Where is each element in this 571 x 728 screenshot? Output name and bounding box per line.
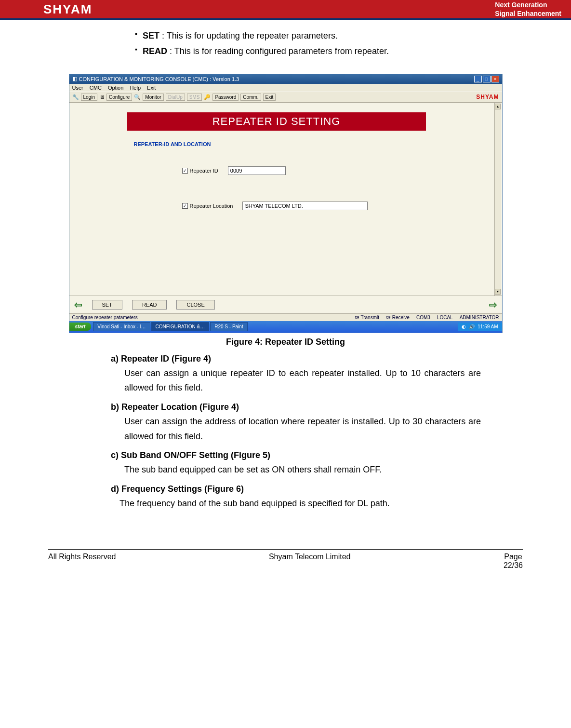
configure-icon: 🖥 xyxy=(99,94,105,100)
password-icon: 🔑 xyxy=(204,94,211,100)
tray-icon: 🔊 xyxy=(469,324,475,329)
page-footer: All Rights Reserved Shyam Telecom Limite… xyxy=(0,552,571,580)
chk-repeater-location[interactable]: ✓ Repeater Location xyxy=(182,203,233,209)
chk-repeater-id-label: Repeater ID xyxy=(190,168,218,174)
doc-header: SHYAM Next Generation Signal Enhancement xyxy=(0,0,571,20)
toolbar: 🔧 Login 🖥 Configure 🔍 Monitor DialUp SMS… xyxy=(69,92,502,103)
tool-icon: 🔧 xyxy=(72,94,79,100)
tray-icon: ◐ xyxy=(462,324,466,329)
menu-user[interactable]: User xyxy=(72,85,83,91)
bullet-set: SET : This is for updating the repeater … xyxy=(135,28,523,43)
menu-cmc[interactable]: CMC xyxy=(90,85,102,91)
taskbar: start Vinod Sati - Inbox - I… CONFIGURAT… xyxy=(69,321,502,333)
footer-page: Page 22/36 xyxy=(504,553,523,570)
window-controls: _ □ × xyxy=(474,76,499,82)
close-panel-button[interactable]: CLOSE xyxy=(176,300,214,310)
repeater-id-input[interactable] xyxy=(228,166,286,175)
app-icon: ◧ xyxy=(72,76,77,82)
status-role: ADMINISTRATOR xyxy=(460,315,499,320)
monitor-icon: 🔍 xyxy=(134,94,141,100)
button-row: ⇦ SET READ CLOSE ⇨ xyxy=(69,296,502,313)
tb-exit[interactable]: Exit xyxy=(263,94,276,101)
system-tray: ◐ 🔊 11:59 AM xyxy=(458,323,502,331)
section-a-heading: a) Repeater ID (Figure 4) xyxy=(111,354,523,364)
bullet-read-desc: : This is for reading configured paramet… xyxy=(167,46,389,56)
section-d-body: The frequency band of the sub band equip… xyxy=(120,496,476,511)
checkbox-icon: ✓ xyxy=(182,203,188,209)
fieldset: REPEATER-ID AND LOCATION ✓ Repeater ID ✓… xyxy=(127,136,426,225)
vertical-scrollbar[interactable]: ▴ ▾ xyxy=(494,103,501,296)
footer-page-label: Page xyxy=(504,553,522,561)
tb-dialup: DialUp xyxy=(166,94,185,101)
row-repeater-location: ✓ Repeater Location xyxy=(182,202,419,210)
tb-login[interactable]: Login xyxy=(81,94,97,101)
footer-center: Shyam Telecom Limited xyxy=(269,553,351,570)
maximize-button[interactable]: □ xyxy=(483,76,491,82)
section-a: a) Repeater ID (Figure 4) User can assig… xyxy=(111,354,523,395)
tray-clock: 11:59 AM xyxy=(478,324,498,329)
section-c: c) Sub Band ON/OFF Setting (Figure 5) Th… xyxy=(111,450,523,477)
start-button[interactable]: start xyxy=(69,323,92,331)
brand-logo: SHYAM xyxy=(43,2,93,17)
taskbar-task-2[interactable]: CONFIGURATION &… xyxy=(151,322,210,331)
tb-comm[interactable]: Comm. xyxy=(240,94,261,101)
status-text: Configure repeater patameters xyxy=(72,315,138,320)
minimize-button[interactable]: _ xyxy=(474,76,482,82)
close-button[interactable]: × xyxy=(491,76,499,82)
window-title: CONFIGURATION & MONITORING CONSOLE (CMC)… xyxy=(79,76,239,82)
tb-password[interactable]: Password xyxy=(212,94,239,101)
tb-sms: SMS xyxy=(187,94,202,101)
scroll-down-icon[interactable]: ▾ xyxy=(495,289,501,295)
footer-left: All Rights Reserved xyxy=(48,553,116,570)
app-client-area: REPEATER ID SETTING REPEATER-ID AND LOCA… xyxy=(69,103,502,296)
bullet-set-desc: : This is for updating the repeater para… xyxy=(159,31,338,40)
set-button[interactable]: SET xyxy=(92,300,122,310)
repeater-location-input[interactable] xyxy=(242,202,368,210)
figure-caption: Figure 4: Repeater ID Setting xyxy=(48,337,523,347)
read-button[interactable]: READ xyxy=(132,300,167,310)
checkbox-icon: ✓ xyxy=(182,168,188,174)
status-transmit: 🖳 Transmit xyxy=(355,315,379,320)
taskbar-task-3[interactable]: R20 S - Paint xyxy=(210,322,247,331)
page-body: SET : This is for updating the repeater … xyxy=(0,20,571,520)
bullet-read-label: READ xyxy=(143,46,167,56)
section-a-body: User can assign a unique repeater ID to … xyxy=(124,366,481,395)
section-b: b) Repeater Location (Figure 4) User can… xyxy=(111,402,523,444)
bullet-set-label: SET xyxy=(143,31,159,40)
status-bar: Configure repeater patameters 🖳 Transmit… xyxy=(69,313,502,321)
fieldset-legend: REPEATER-ID AND LOCATION xyxy=(134,141,419,147)
tb-monitor[interactable]: Monitor xyxy=(143,94,163,101)
tagline: Next Generation Signal Enhancement xyxy=(495,0,561,18)
footer-page-num: 22/36 xyxy=(504,561,523,569)
chk-repeater-id[interactable]: ✓ Repeater ID xyxy=(182,168,218,174)
section-d: d) Frequency Settings (Figure 6) The fre… xyxy=(111,484,523,511)
section-b-heading: b) Repeater Location (Figure 4) xyxy=(111,402,523,412)
scroll-up-icon[interactable]: ▴ xyxy=(495,104,501,109)
menubar: User CMC Option Help Exit xyxy=(69,84,502,92)
section-c-body: The sub band equipped can be set as ON o… xyxy=(124,462,481,477)
panel-title: REPEATER ID SETTING xyxy=(127,112,426,131)
repeater-id-panel: REPEATER ID SETTING REPEATER-ID AND LOCA… xyxy=(127,112,426,225)
status-local: LOCAL xyxy=(437,315,453,320)
arrow-left-icon[interactable]: ⇦ xyxy=(74,299,82,310)
bullet-read: READ : This is for reading configured pa… xyxy=(135,43,523,59)
bullet-list: SET : This is for updating the repeater … xyxy=(135,28,523,59)
app-brand: SHYAM xyxy=(476,94,499,100)
section-d-heading: d) Frequency Settings (Figure 6) xyxy=(111,484,523,494)
tagline-line2: Signal Enhancement xyxy=(495,9,561,18)
taskbar-task-1[interactable]: Vinod Sati - Inbox - I… xyxy=(93,322,150,331)
status-com: COM3 xyxy=(416,315,430,320)
row-repeater-id: ✓ Repeater ID xyxy=(182,166,419,175)
embedded-screenshot: ◧ CONFIGURATION & MONITORING CONSOLE (CM… xyxy=(69,74,503,333)
menu-help[interactable]: Help xyxy=(130,85,141,91)
tagline-line1: Next Generation xyxy=(495,0,561,9)
section-c-heading: c) Sub Band ON/OFF Setting (Figure 5) xyxy=(111,450,523,460)
footer-rule xyxy=(48,549,523,550)
arrow-right-icon[interactable]: ⇨ xyxy=(489,299,497,310)
tb-configure[interactable]: Configure xyxy=(106,94,132,101)
menu-option[interactable]: Option xyxy=(108,85,123,91)
window-titlebar: ◧ CONFIGURATION & MONITORING CONSOLE (CM… xyxy=(69,74,502,84)
menu-exit[interactable]: Exit xyxy=(147,85,156,91)
chk-repeater-location-label: Repeater Location xyxy=(190,203,233,209)
status-receive: 🖳 Receive xyxy=(386,315,410,320)
